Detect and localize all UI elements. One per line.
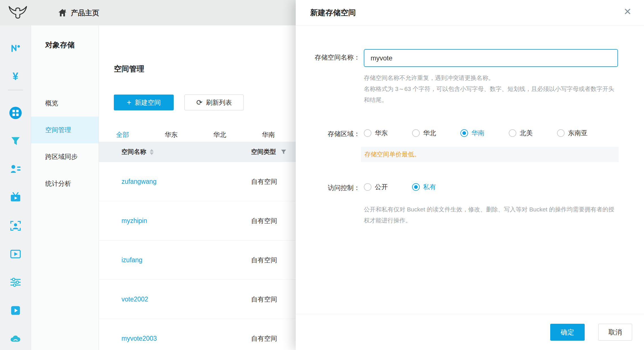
bucket-name-help: 存储空间名称不允许重复，遇到冲突请更换名称。 名称格式为 3～63 个字符，可以…	[364, 72, 615, 105]
player-icon[interactable]	[9, 247, 22, 261]
sidebar-item-statistics[interactable]: 统计分析	[31, 170, 99, 197]
radio-icon	[364, 129, 371, 137]
sidebar-item-space-management[interactable]: 空间管理	[31, 117, 99, 143]
product-home-link[interactable]: 产品主页	[58, 8, 99, 18]
rail-divider	[8, 90, 23, 90]
bucket-name-label: 存储空间名称：	[296, 53, 360, 62]
sidebar-item-overview[interactable]: 概览	[31, 90, 99, 117]
region-note: 存储空间单价最低。	[364, 150, 420, 159]
radio-icon	[460, 129, 468, 137]
cloud-icon[interactable]	[9, 332, 22, 345]
space-type: 自有空间	[251, 334, 277, 343]
region-option-huadong[interactable]: 华东	[364, 129, 388, 137]
region-option-huabei[interactable]: 华北	[412, 129, 436, 137]
access-label: 访问控制：	[296, 183, 360, 192]
access-help: 公开和私有仅对 Bucket 的读文件生效，修改、删除、写入等对 Bucket …	[364, 204, 615, 226]
region-option-beimei[interactable]: 北美	[509, 129, 533, 137]
billing-icon[interactable]: ¥	[9, 70, 22, 83]
radio-icon	[364, 183, 371, 191]
space-name-link[interactable]: izufang	[121, 256, 142, 264]
region-option-dongnanya[interactable]: 东南亚	[557, 129, 588, 137]
icon-rail: ¥	[0, 25, 31, 350]
toolbar: + 新建空间 ⟳ 刷新列表	[114, 95, 244, 110]
filter-icon[interactable]	[280, 149, 287, 155]
cancel-button[interactable]: 取消	[598, 324, 632, 341]
funnel-icon[interactable]	[9, 134, 22, 148]
sidebar: 对象存储 概览 空间管理 跨区域同步 统计分析	[31, 25, 99, 350]
space-name-link[interactable]: myvote2003	[121, 335, 157, 342]
confirm-button[interactable]: 确定	[550, 324, 585, 341]
team-icon[interactable]	[9, 162, 22, 176]
home-icon	[58, 8, 67, 17]
drawer-title: 新建存储空间	[310, 8, 356, 18]
radio-icon	[412, 183, 420, 191]
network-icon[interactable]	[9, 41, 22, 55]
space-name-link[interactable]: vote2002	[121, 296, 148, 303]
sidebar-item-cross-region-sync[interactable]: 跨区域同步	[31, 143, 99, 170]
app-root: 产品主页 ¥	[0, 0, 644, 350]
radio-icon	[412, 129, 420, 137]
region-radio-group: 华东 华北 华南 北美 东南亚	[364, 129, 588, 137]
region-note-band: 存储空间单价最低。	[361, 147, 619, 162]
close-icon[interactable]: ✕	[624, 7, 632, 16]
refresh-icon: ⟳	[196, 99, 203, 106]
video-icon[interactable]	[9, 304, 22, 317]
space-type: 自有空间	[251, 177, 277, 186]
column-space-name[interactable]: 空间名称	[121, 148, 154, 156]
refresh-list-button[interactable]: ⟳ 刷新列表	[184, 95, 244, 110]
region-option-huanan[interactable]: 华南	[460, 129, 484, 137]
tuning-icon[interactable]	[9, 275, 22, 289]
page-title: 空间管理	[114, 64, 144, 74]
sidebar-menu: 概览 空间管理 跨区域同步 统计分析	[31, 90, 99, 197]
qiniu-logo[interactable]	[7, 5, 28, 20]
space-type: 自有空间	[251, 295, 277, 304]
sort-icon[interactable]	[150, 149, 154, 155]
access-option-public[interactable]: 公开	[364, 183, 388, 191]
sidebar-title: 对象存储	[31, 25, 99, 50]
drawer-footer: 确定 取消	[296, 314, 644, 350]
access-option-private[interactable]: 私有	[412, 183, 436, 191]
drawer-body: 存储空间名称： 存储空间名称不允许重复，遇到冲突请更换名称。 名称格式为 3～6…	[296, 25, 644, 314]
column-space-type[interactable]: 空间类型	[251, 148, 287, 156]
radio-icon	[557, 129, 565, 137]
radio-icon	[509, 129, 516, 137]
space-name-link[interactable]: myzhipin	[121, 217, 147, 225]
access-radio-group: 公开 私有	[364, 183, 436, 191]
space-type: 自有空间	[251, 216, 277, 225]
space-type: 自有空间	[251, 256, 277, 264]
bucket-name-input[interactable]	[364, 49, 618, 67]
vision-icon[interactable]	[9, 219, 22, 233]
storage-icon[interactable]	[9, 106, 22, 120]
space-name-link[interactable]: zufangwang	[121, 178, 156, 185]
drawer-header: 新建存储空间 ✕	[296, 0, 644, 25]
region-label: 存储区域：	[296, 130, 360, 138]
media-tv-icon[interactable]	[9, 191, 22, 204]
bull-logo-icon	[7, 5, 28, 20]
plus-icon: +	[127, 99, 131, 106]
new-bucket-drawer: 新建存储空间 ✕ 存储空间名称： 存储空间名称不允许重复，遇到冲突请更换名称。 …	[296, 0, 644, 350]
product-home-label: 产品主页	[71, 8, 99, 18]
new-space-button[interactable]: + 新建空间	[114, 95, 174, 110]
